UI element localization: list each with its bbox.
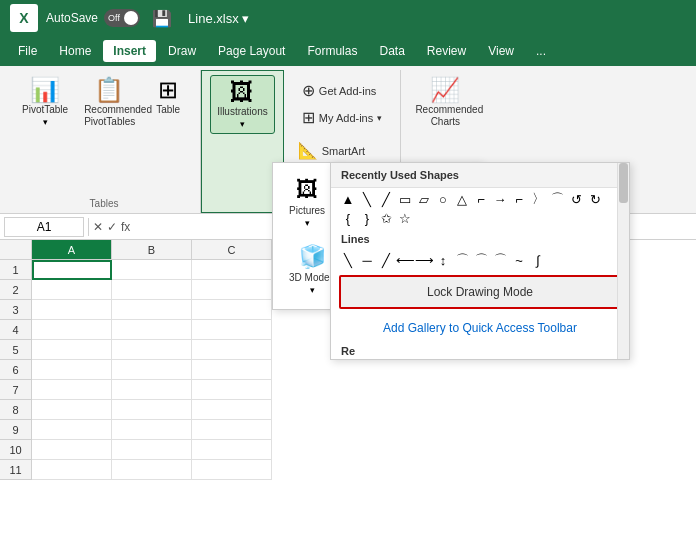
shape-item[interactable]: △ [453, 190, 471, 208]
cell-b3[interactable] [112, 300, 192, 320]
confirm-formula-icon[interactable]: ✓ [107, 220, 117, 234]
shape-item[interactable]: ✩ [377, 209, 395, 227]
recommended-charts-button[interactable]: 📈 Recommended Charts [409, 74, 481, 132]
shape-item[interactable]: { [339, 209, 357, 227]
cell-b2[interactable] [112, 280, 192, 300]
cell-a2[interactable] [32, 280, 112, 300]
menu-item-file[interactable]: File [8, 40, 47, 62]
name-box[interactable]: A1 [4, 217, 84, 237]
row-header-1[interactable]: 1 [0, 260, 32, 280]
row-header-4[interactable]: 4 [0, 320, 32, 340]
menu-item-view[interactable]: View [478, 40, 524, 62]
cell-b1[interactable] [112, 260, 192, 280]
add-gallery-button[interactable]: Add Gallery to Quick Access Toolbar [331, 313, 629, 343]
cell-c2[interactable] [192, 280, 272, 300]
cell-b10[interactable] [112, 440, 192, 460]
menu-item-home[interactable]: Home [49, 40, 101, 62]
pivot-table-button[interactable]: 📊 PivotTable ▾ [16, 74, 74, 131]
cell-b5[interactable] [112, 340, 192, 360]
table-button[interactable]: ⊞ Table [144, 74, 192, 119]
cell-a10[interactable] [32, 440, 112, 460]
shape-item[interactable]: ☆ [396, 209, 414, 227]
cell-a1[interactable] [32, 260, 112, 280]
cell-b9[interactable] [112, 420, 192, 440]
col-header-c[interactable]: C [192, 240, 272, 260]
cell-b8[interactable] [112, 400, 192, 420]
shape-item[interactable]: ─ [358, 251, 376, 269]
row-header-5[interactable]: 5 [0, 340, 32, 360]
shape-item[interactable]: ⌒ [472, 251, 490, 269]
menu-item-data[interactable]: Data [369, 40, 414, 62]
shape-item[interactable]: → [491, 190, 509, 208]
row-header-6[interactable]: 6 [0, 360, 32, 380]
menu-item-review[interactable]: Review [417, 40, 476, 62]
row-header-11[interactable]: 11 [0, 460, 32, 480]
cell-c7[interactable] [192, 380, 272, 400]
shape-item[interactable]: ⌒ [548, 190, 566, 208]
cell-c6[interactable] [192, 360, 272, 380]
shape-item[interactable]: ▲ [339, 190, 357, 208]
cell-c8[interactable] [192, 400, 272, 420]
shape-item[interactable]: ▱ [415, 190, 433, 208]
shape-item[interactable]: ○ [434, 190, 452, 208]
cell-b6[interactable] [112, 360, 192, 380]
autosave-toggle[interactable]: Off [104, 9, 140, 27]
row-header-3[interactable]: 3 [0, 300, 32, 320]
shape-item[interactable]: ⌐ [472, 190, 490, 208]
illustrations-button[interactable]: 🖼 Illustrations ▾ [210, 75, 275, 134]
pictures-button[interactable]: 🖼 Pictures ▾ [281, 171, 333, 234]
recommended-pivottables-button[interactable]: 📋 Recommended PivotTables [78, 74, 140, 132]
cell-b11[interactable] [112, 460, 192, 480]
shape-item[interactable]: ↻ [586, 190, 604, 208]
shape-item[interactable]: ~ [510, 251, 528, 269]
cell-a7[interactable] [32, 380, 112, 400]
cell-c4[interactable] [192, 320, 272, 340]
cell-c1[interactable] [192, 260, 272, 280]
cancel-formula-icon[interactable]: ✕ [93, 220, 103, 234]
row-header-8[interactable]: 8 [0, 400, 32, 420]
save-icon[interactable]: 💾 [148, 7, 176, 30]
cell-b4[interactable] [112, 320, 192, 340]
shape-item[interactable]: ▭ [396, 190, 414, 208]
shape-item[interactable]: ╲ [358, 190, 376, 208]
cell-b7[interactable] [112, 380, 192, 400]
lock-drawing-mode-button[interactable]: Lock Drawing Mode [339, 275, 621, 309]
row-header-7[interactable]: 7 [0, 380, 32, 400]
cell-c10[interactable] [192, 440, 272, 460]
shape-item[interactable]: ⟵ [396, 251, 414, 269]
row-header-10[interactable]: 10 [0, 440, 32, 460]
shape-item[interactable]: ∫ [529, 251, 547, 269]
cell-a6[interactable] [32, 360, 112, 380]
shapes-scrollbar-thumb[interactable] [619, 163, 628, 203]
cell-a3[interactable] [32, 300, 112, 320]
shape-item[interactable]: ╱ [377, 190, 395, 208]
row-header-9[interactable]: 9 [0, 420, 32, 440]
cell-a9[interactable] [32, 420, 112, 440]
shape-item[interactable]: ⌒ [453, 251, 471, 269]
menu-item-page-layout[interactable]: Page Layout [208, 40, 295, 62]
shape-item[interactable]: ⟶ [415, 251, 433, 269]
cell-a5[interactable] [32, 340, 112, 360]
col-header-b[interactable]: B [112, 240, 192, 260]
shapes-scrollbar[interactable] [617, 163, 629, 359]
smartart-button[interactable]: 📐 SmartArt [292, 138, 393, 163]
cell-c5[interactable] [192, 340, 272, 360]
shape-item[interactable]: ╲ [339, 251, 357, 269]
cell-a4[interactable] [32, 320, 112, 340]
shape-item[interactable]: ╱ [377, 251, 395, 269]
cell-a8[interactable] [32, 400, 112, 420]
menu-item-insert[interactable]: Insert [103, 40, 156, 62]
shape-item[interactable]: 〉 [529, 190, 547, 208]
cell-c9[interactable] [192, 420, 272, 440]
shape-item[interactable]: ⌐ [510, 190, 528, 208]
get-addins-button[interactable]: ⊕ Get Add-ins [296, 78, 388, 103]
fx-icon[interactable]: fx [121, 220, 130, 234]
filename[interactable]: Line.xlsx ▾ [188, 11, 249, 26]
row-header-2[interactable]: 2 [0, 280, 32, 300]
shape-item[interactable]: ↺ [567, 190, 585, 208]
shape-item[interactable]: ⌒ [491, 251, 509, 269]
menu-item-more[interactable]: ... [526, 40, 556, 62]
shape-item[interactable]: } [358, 209, 376, 227]
shape-item[interactable]: ↕ [434, 251, 452, 269]
col-header-a[interactable]: A [32, 240, 112, 260]
